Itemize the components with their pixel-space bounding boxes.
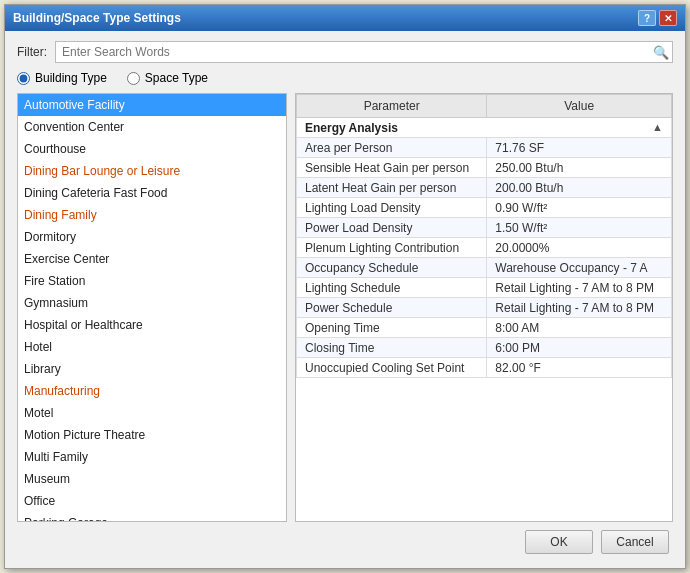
param-value-cell: Retail Lighting - 7 AM to 8 PM xyxy=(487,278,672,298)
param-value-cell: 82.00 °F xyxy=(487,358,672,378)
param-name-cell: Lighting Schedule xyxy=(297,278,487,298)
dialog-title: Building/Space Type Settings xyxy=(13,11,181,25)
title-bar: Building/Space Type Settings ? ✕ xyxy=(5,5,685,31)
building-type-radio-label[interactable]: Building Type xyxy=(17,71,107,85)
list-item[interactable]: Courthouse xyxy=(18,138,286,160)
table-row: Sensible Heat Gain per person250.00 Btu/… xyxy=(297,158,672,178)
param-name-cell: Occupancy Schedule xyxy=(297,258,487,278)
list-item[interactable]: Gymnasium xyxy=(18,292,286,314)
param-value-cell: 8:00 AM xyxy=(487,318,672,338)
close-button[interactable]: ✕ xyxy=(659,10,677,26)
filter-row: Filter: 🔍 xyxy=(17,41,673,63)
list-item[interactable]: Convention Center xyxy=(18,116,286,138)
table-row: Unoccupied Cooling Set Point82.00 °F xyxy=(297,358,672,378)
param-name-cell: Power Load Density xyxy=(297,218,487,238)
param-name-cell: Sensible Heat Gain per person xyxy=(297,158,487,178)
table-row: Occupancy ScheduleWarehouse Occupancy - … xyxy=(297,258,672,278)
param-value-cell: 200.00 Btu/h xyxy=(487,178,672,198)
param-value-cell: 6:00 PM xyxy=(487,338,672,358)
param-name-cell: Plenum Lighting Contribution xyxy=(297,238,487,258)
list-item[interactable]: Dining Cafeteria Fast Food xyxy=(18,182,286,204)
param-name-cell: Opening Time xyxy=(297,318,487,338)
col-parameter: Parameter xyxy=(297,95,487,118)
table-row: Area per Person71.76 SF xyxy=(297,138,672,158)
list-item[interactable]: Automotive Facility xyxy=(18,94,286,116)
list-item[interactable]: Library xyxy=(18,358,286,380)
param-value-cell: Warehouse Occupancy - 7 A xyxy=(487,258,672,278)
table-row: Latent Heat Gain per person200.00 Btu/h xyxy=(297,178,672,198)
table-row: Power Load Density1.50 W/ft² xyxy=(297,218,672,238)
help-button[interactable]: ? xyxy=(638,10,656,26)
table-row: Opening Time8:00 AM xyxy=(297,318,672,338)
dialog-body: Filter: 🔍 Building Type Space Type Autom… xyxy=(5,31,685,568)
param-value-cell: 0.90 W/ft² xyxy=(487,198,672,218)
list-item[interactable]: Fire Station xyxy=(18,270,286,292)
param-value-cell: 1.50 W/ft² xyxy=(487,218,672,238)
param-value-cell: Retail Lighting - 7 AM to 8 PM xyxy=(487,298,672,318)
radio-row: Building Type Space Type xyxy=(17,71,673,85)
search-input[interactable] xyxy=(55,41,673,63)
parameter-table: Parameter Value Energy Analysis▲Area per… xyxy=(296,94,672,378)
param-name-cell: Latent Heat Gain per person xyxy=(297,178,487,198)
list-item[interactable]: Manufacturing xyxy=(18,380,286,402)
dialog-window: Building/Space Type Settings ? ✕ Filter:… xyxy=(4,4,686,569)
list-item[interactable]: Exercise Center xyxy=(18,248,286,270)
list-item[interactable]: Motion Picture Theatre xyxy=(18,424,286,446)
filter-input-wrap: 🔍 xyxy=(55,41,673,63)
param-name-cell: Lighting Load Density xyxy=(297,198,487,218)
cancel-button[interactable]: Cancel xyxy=(601,530,669,554)
filter-label: Filter: xyxy=(17,45,47,59)
list-item[interactable]: Dining Family xyxy=(18,204,286,226)
building-type-label: Building Type xyxy=(35,71,107,85)
param-value-cell: 71.76 SF xyxy=(487,138,672,158)
list-item[interactable]: Dining Bar Lounge or Leisure xyxy=(18,160,286,182)
space-type-label: Space Type xyxy=(145,71,208,85)
param-name-cell: Closing Time xyxy=(297,338,487,358)
list-item[interactable]: Hotel xyxy=(18,336,286,358)
param-value-cell: 20.0000% xyxy=(487,238,672,258)
list-item[interactable]: Motel xyxy=(18,402,286,424)
main-content: Automotive FacilityConvention CenterCour… xyxy=(17,93,673,522)
list-item[interactable]: Museum xyxy=(18,468,286,490)
search-icon: 🔍 xyxy=(653,45,669,60)
table-row: Lighting ScheduleRetail Lighting - 7 AM … xyxy=(297,278,672,298)
space-type-radio-label[interactable]: Space Type xyxy=(127,71,208,85)
footer: OK Cancel xyxy=(17,522,673,558)
list-item[interactable]: Dormitory xyxy=(18,226,286,248)
parameter-panel: Parameter Value Energy Analysis▲Area per… xyxy=(295,93,673,522)
table-row: Power ScheduleRetail Lighting - 7 AM to … xyxy=(297,298,672,318)
table-row: Closing Time6:00 PM xyxy=(297,338,672,358)
space-type-radio[interactable] xyxy=(127,72,140,85)
list-item[interactable]: Multi Family xyxy=(18,446,286,468)
param-name-cell: Area per Person xyxy=(297,138,487,158)
list-item[interactable]: Parking Garage xyxy=(18,512,286,522)
table-row: Lighting Load Density0.90 W/ft² xyxy=(297,198,672,218)
param-name-cell: Unoccupied Cooling Set Point xyxy=(297,358,487,378)
param-name-cell: Power Schedule xyxy=(297,298,487,318)
ok-button[interactable]: OK xyxy=(525,530,593,554)
building-type-list[interactable]: Automotive FacilityConvention CenterCour… xyxy=(17,93,287,522)
param-value-cell: 250.00 Btu/h xyxy=(487,158,672,178)
table-row: Plenum Lighting Contribution20.0000% xyxy=(297,238,672,258)
list-item[interactable]: Hospital or Healthcare xyxy=(18,314,286,336)
list-item[interactable]: Office xyxy=(18,490,286,512)
title-bar-buttons: ? ✕ xyxy=(638,10,677,26)
col-value: Value xyxy=(487,95,672,118)
building-type-radio[interactable] xyxy=(17,72,30,85)
